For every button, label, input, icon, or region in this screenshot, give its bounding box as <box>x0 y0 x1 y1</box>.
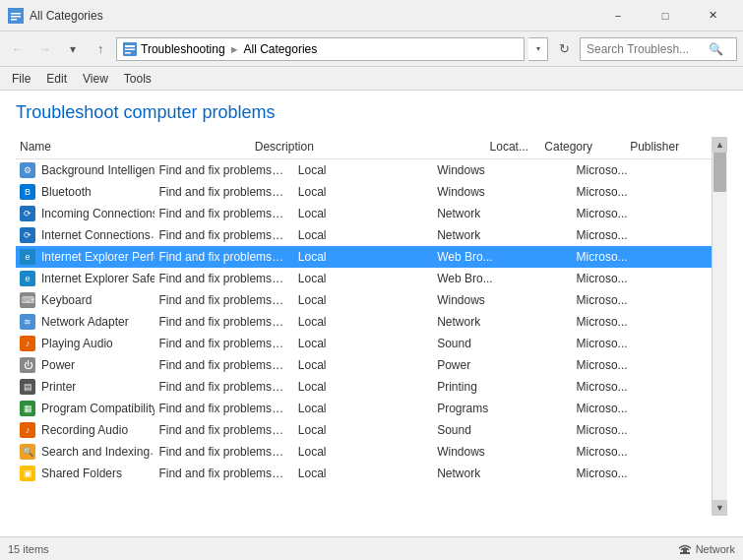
dropdown-recent-button[interactable]: ▾ <box>61 37 85 61</box>
table-row[interactable]: ⟳ Internet Connections Find and fix prob… <box>16 224 712 246</box>
network-icon <box>678 542 692 556</box>
row-loc: Local <box>294 398 433 419</box>
row-desc: Find and fix problems with... <box>155 311 293 333</box>
row-desc: Find and fix problems with... <box>155 463 293 484</box>
close-button[interactable]: ✕ <box>690 2 735 30</box>
row-desc: Find and fix problems with... <box>155 398 293 419</box>
table-row[interactable]: ▦ Program Compatibility Troubleshooter F… <box>16 398 712 419</box>
minimize-button[interactable]: − <box>595 2 641 30</box>
menu-tools[interactable]: Tools <box>116 69 159 89</box>
bluetooth-icon: B <box>20 184 35 200</box>
path-icon <box>123 42 137 56</box>
title-bar: All Categories − □ ✕ <box>0 0 743 31</box>
table-scroll-area[interactable]: ⚙ Background Intelligent Transfer Servic… <box>16 159 712 516</box>
row-loc: Local <box>294 311 433 333</box>
table-row[interactable]: e Internet Explorer Safety Find and fix … <box>16 268 712 289</box>
table-row[interactable]: ≋ Network Adapter Find and fix problems … <box>16 311 712 333</box>
col-header-pub[interactable]: Publisher <box>626 137 712 159</box>
menu-file[interactable]: File <box>4 69 38 89</box>
table-row[interactable]: B Bluetooth Find and fix problems with..… <box>16 181 712 203</box>
row-desc: Find and fix problems with... <box>155 203 293 224</box>
row-pub: Microso... <box>573 311 712 333</box>
path-root: Troubleshooting <box>141 42 225 56</box>
row-cat: Network <box>433 311 572 333</box>
row-loc: Local <box>294 419 433 441</box>
menu-edit[interactable]: Edit <box>38 69 75 89</box>
table-row[interactable]: ♪ Recording Audio Find and fix problems … <box>16 419 712 441</box>
maximize-button[interactable]: □ <box>643 2 688 30</box>
row-cat: Windows <box>433 289 572 311</box>
table-row[interactable]: 🔍 Search and Indexing Find and fix probl… <box>16 441 712 463</box>
svg-rect-6 <box>125 48 135 50</box>
search-icon[interactable]: 🔍 <box>709 42 723 56</box>
row-name-cell: ≋ Network Adapter <box>20 314 129 330</box>
col-header-cat[interactable]: Category <box>540 137 626 159</box>
row-loc: Local <box>294 354 433 376</box>
scrollbar-down-button[interactable]: ▼ <box>712 500 727 516</box>
row-desc: Find and fix problems with... <box>155 246 293 268</box>
row-desc: Find and fix problems with... <box>155 224 293 246</box>
search-input[interactable] <box>587 42 705 56</box>
row-cat: Network <box>433 203 572 224</box>
compat-icon: ▦ <box>20 401 35 416</box>
row-pub: Microso... <box>573 224 712 246</box>
row-desc: Find and fix problems with... <box>155 333 293 354</box>
row-cat: Web Bro... <box>433 268 572 289</box>
row-name: Internet Connections <box>41 228 151 242</box>
row-cat: Web Bro... <box>433 246 572 268</box>
scrollbar[interactable]: ▲ ▼ <box>712 137 727 516</box>
row-name: Program Compatibility Troubleshooter <box>41 402 155 415</box>
forward-button[interactable]: → <box>33 37 57 61</box>
menu-view[interactable]: View <box>75 69 116 89</box>
row-pub: Microso... <box>573 268 712 289</box>
window-title: All Categories <box>30 9 595 23</box>
row-pub: Microso... <box>573 419 712 441</box>
svg-rect-5 <box>125 45 135 47</box>
table-row[interactable]: ⌨ Keyboard Find and fix problems with...… <box>16 289 712 311</box>
row-loc: Local <box>294 376 433 398</box>
row-name-cell: ▣ Shared Folders <box>20 466 122 481</box>
row-loc: Local <box>294 441 433 463</box>
back-button[interactable]: ← <box>6 37 30 61</box>
svg-rect-7 <box>125 52 131 54</box>
scrollbar-thumb[interactable] <box>713 153 726 192</box>
address-dropdown-button[interactable]: ▾ <box>528 37 548 61</box>
row-pub: Microso... <box>573 246 712 268</box>
table-row[interactable]: e Internet Explorer Performance Find and… <box>16 246 712 268</box>
refresh-button[interactable]: ↻ <box>552 37 576 61</box>
table-row[interactable]: ▤ Printer Find and fix problems with... … <box>16 376 712 398</box>
row-name-cell: ⟳ Internet Connections <box>20 227 151 243</box>
window-icon <box>8 8 24 24</box>
bits-icon: ⚙ <box>20 162 35 178</box>
col-header-loc[interactable]: Locat... <box>486 137 541 159</box>
col-header-desc[interactable]: Description <box>251 137 486 159</box>
svg-rect-2 <box>11 16 21 18</box>
row-name-cell: e Internet Explorer Safety <box>20 271 155 286</box>
row-loc: Local <box>294 268 433 289</box>
scrollbar-up-button[interactable]: ▲ <box>712 137 727 153</box>
row-loc: Local <box>294 203 433 224</box>
table-row[interactable]: ♪ Playing Audio Find and fix problems wi… <box>16 333 712 354</box>
status-items-count: 15 items <box>8 543 49 555</box>
row-name: Background Intelligent Transfer Service <box>41 163 155 177</box>
up-button[interactable]: ↑ <box>89 37 112 61</box>
row-name: Network Adapter <box>41 315 129 329</box>
table-row[interactable]: ▣ Shared Folders Find and fix problems w… <box>16 463 712 484</box>
row-cat: Programs <box>433 398 572 419</box>
address-path[interactable]: Troubleshooting ► All Categories <box>116 37 525 61</box>
svg-rect-3 <box>11 19 17 21</box>
connection-icon: ⟳ <box>20 206 35 221</box>
row-name: Bluetooth <box>41 185 92 199</box>
row-cat: Network <box>433 224 572 246</box>
col-header-name[interactable]: Name <box>16 137 251 159</box>
row-name: Power <box>41 358 75 372</box>
table-row[interactable]: ⚙ Background Intelligent Transfer Servic… <box>16 159 712 181</box>
wifi-icon: ≋ <box>20 314 35 330</box>
scrollbar-track[interactable] <box>712 153 727 500</box>
folder-icon: ▣ <box>20 466 35 481</box>
table-row[interactable]: ⟳ Incoming Connections Find and fix prob… <box>16 203 712 224</box>
path-child: All Categories <box>244 42 318 56</box>
table-row[interactable]: ⏻ Power Find and fix problems with... Lo… <box>16 354 712 376</box>
table-container: Name Description Locat... Category Publi… <box>16 137 727 516</box>
power-icon: ⏻ <box>20 357 35 373</box>
